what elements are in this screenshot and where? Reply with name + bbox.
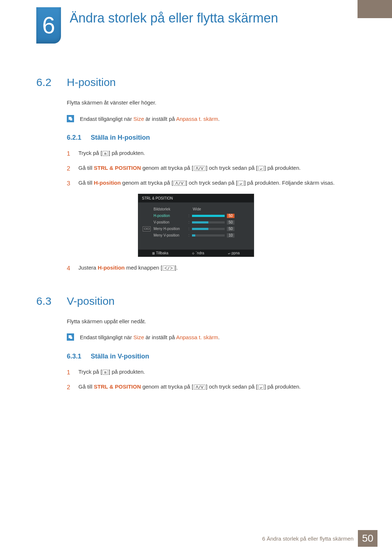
section-intro: Flytta skärmen uppåt eller nedåt. bbox=[67, 317, 356, 326]
menu-item-name: H-position bbox=[98, 264, 124, 271]
t: Tryck på [ bbox=[78, 150, 102, 156]
note-size: Size bbox=[134, 116, 144, 122]
osd-title: STRL & POSITION bbox=[138, 194, 254, 202]
chapter-number-tab: 6 bbox=[36, 7, 61, 44]
note-size: Size bbox=[134, 334, 144, 340]
subsection-number: 6.3.1 bbox=[67, 353, 86, 360]
note: Endast tillgängligt när Size är inställt… bbox=[67, 115, 356, 123]
osd-row-meny-h-position: Meny H-position : 50 bbox=[143, 226, 249, 232]
chapter-title: Ändra storlek på eller flytta skärmen bbox=[70, 11, 278, 26]
subsection-number: 6.2.1 bbox=[67, 134, 86, 141]
note-part: Endast tillgängligt när bbox=[80, 334, 134, 340]
steps-list-cont: 4 Justera H-position med knappen [ᐸ/ᐳ]. bbox=[67, 263, 356, 273]
step-number: 2 bbox=[67, 164, 73, 173]
step-1: 1 Tryck på [m] på produkten. bbox=[67, 149, 356, 159]
osd-row-bildstorlek: Bildstorlek Wide bbox=[143, 206, 249, 213]
steps-list-2: 1 Tryck på [m] på produkten. 2 Gå till S… bbox=[67, 368, 356, 392]
section-number: 6.2 bbox=[36, 76, 58, 89]
step-2: 2 Gå till STRL & POSITION genom att tryc… bbox=[67, 382, 356, 392]
step-3: 3 Gå till H-position genom att trycka på… bbox=[67, 178, 356, 188]
osd-footer: ▥Tillbaka ◇¨ndra ↵ppna bbox=[138, 250, 254, 257]
enter-button-icon: ↵ bbox=[258, 166, 264, 171]
note-part: . bbox=[218, 116, 220, 122]
t: Gå till bbox=[78, 180, 94, 186]
osd-value-number: 10 bbox=[227, 233, 234, 238]
t: ] på produkten. bbox=[109, 369, 145, 375]
note-part: . bbox=[218, 334, 220, 340]
note-part: är inställt på bbox=[144, 334, 176, 340]
step-body: Tryck på [m] på produkten. bbox=[78, 368, 356, 377]
osd-value: 50 bbox=[192, 220, 234, 225]
t: med knappen [ bbox=[125, 264, 162, 271]
section-heading-6-3: 6.3 V-position bbox=[36, 295, 356, 307]
osd-screenshot: STRL & POSITION Bildstorlek Wide H-posit… bbox=[138, 194, 254, 257]
step-body: Gå till H-position genom att trycka på [… bbox=[78, 178, 356, 188]
subsection-title: Ställa in H-position bbox=[91, 134, 150, 141]
step-body: Gå till STRL & POSITION genom att trycka… bbox=[78, 164, 356, 173]
t: genom att trycka på [ bbox=[141, 383, 193, 390]
t: genom att trycka på [ bbox=[141, 165, 193, 171]
osd-label: Bildstorlek bbox=[154, 207, 187, 211]
menu-name: STRL & POSITION bbox=[94, 165, 141, 171]
note-text: Endast tillgängligt när Size är inställt… bbox=[80, 115, 220, 123]
osd-value: 50 bbox=[192, 227, 234, 231]
step-number: 2 bbox=[67, 382, 73, 392]
osd-row-meny-v-position: Meny V-position : 10 bbox=[143, 232, 249, 239]
step-number: 1 bbox=[67, 149, 73, 159]
footer-chapter-title: 6 Ändra storlek på eller flytta skärmen bbox=[262, 535, 354, 542]
osd-label: Meny V-position bbox=[154, 233, 187, 237]
osd-label: H-position bbox=[154, 214, 187, 218]
note: Endast tillgängligt när Size är inställt… bbox=[67, 333, 356, 342]
osd-value-number: 50 bbox=[227, 214, 234, 218]
t: ] på produkten. Följande skärm visas. bbox=[244, 180, 335, 186]
page-number: 50 bbox=[358, 530, 377, 547]
osd-label: V-position bbox=[154, 220, 187, 224]
osd-row-h-position: H-position : 50 bbox=[143, 213, 249, 219]
menu-button-icon: m bbox=[102, 370, 108, 375]
osd-footer-label: ppna bbox=[232, 251, 240, 255]
t: Tryck på [ bbox=[78, 369, 102, 375]
section-title: V-position bbox=[67, 295, 115, 307]
t: Justera bbox=[78, 264, 98, 271]
t: genom att trycka på [ bbox=[121, 180, 173, 186]
step-4: 4 Justera H-position med knappen [ᐸ/ᐳ]. bbox=[67, 263, 356, 273]
note-part: är inställt på bbox=[144, 116, 176, 122]
leftright-button-icon: ᐸ/ᐳ bbox=[163, 266, 175, 271]
note-mode: Anpassa t. skärm bbox=[176, 116, 218, 122]
osd-footer-back: ▥Tillbaka bbox=[152, 251, 168, 255]
subsection-title: Ställa in V-position bbox=[91, 353, 149, 360]
osd-value: 50 bbox=[192, 214, 234, 218]
step-body: Tryck på [m] på produkten. bbox=[78, 149, 356, 159]
menu-button-icon: m bbox=[102, 151, 108, 156]
t: ] och tryck sedan på [ bbox=[206, 383, 258, 390]
chapter-number: 6 bbox=[42, 12, 55, 39]
osd-footer-label: ¨ndra bbox=[196, 251, 204, 255]
osd-footer-label: Tillbaka bbox=[156, 251, 168, 255]
osd-value-number: 50 bbox=[227, 227, 234, 231]
step-1: 1 Tryck på [m] på produkten. bbox=[67, 368, 356, 377]
t: Gå till bbox=[78, 383, 94, 390]
step-2: 2 Gå till STRL & POSITION genom att tryc… bbox=[67, 164, 356, 173]
steps-list: 1 Tryck på [m] på produkten. 2 Gå till S… bbox=[67, 149, 356, 189]
updown-button-icon: ᐱ/ᐯ bbox=[194, 166, 206, 171]
osd-footer-open: ↵ppna bbox=[228, 251, 240, 255]
note-mode: Anpassa t. skärm bbox=[176, 334, 218, 340]
subsection-heading-6-2-1: 6.2.1 Ställa in H-position bbox=[67, 134, 356, 141]
t: ] på produkten. bbox=[264, 383, 301, 390]
step-number: 4 bbox=[67, 263, 73, 273]
note-icon bbox=[67, 333, 74, 341]
section-heading-6-2: 6.2 H-position bbox=[36, 76, 356, 89]
t: ] på produkten. bbox=[264, 165, 301, 171]
osd-footer-adjust: ◇¨ndra bbox=[192, 251, 204, 255]
osd-body: Bildstorlek Wide H-position : 50 V-posit… bbox=[138, 202, 254, 250]
page-corner-accent bbox=[358, 0, 392, 18]
t: ]. bbox=[175, 264, 178, 271]
menu-item-name: H-position bbox=[94, 180, 121, 186]
note-icon bbox=[67, 115, 74, 122]
t: ] på produkten. bbox=[109, 150, 145, 156]
t: Gå till bbox=[78, 165, 94, 171]
osd-row-v-position: V-position : 50 bbox=[143, 219, 249, 226]
osd-value: 10 bbox=[192, 233, 234, 238]
section-title: H-position bbox=[67, 76, 116, 89]
step-body: Gå till STRL & POSITION genom att trycka… bbox=[78, 382, 356, 392]
